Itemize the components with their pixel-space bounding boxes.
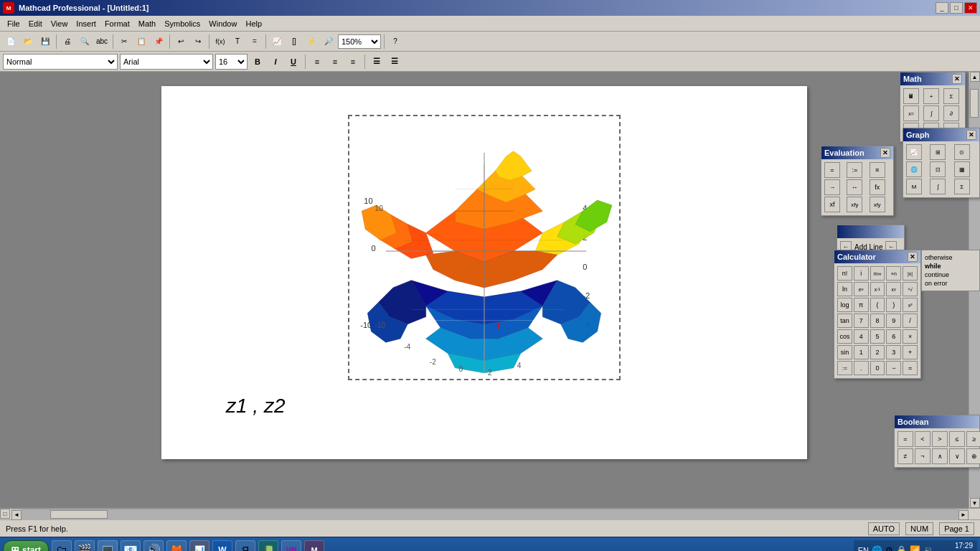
bool-neg-btn[interactable]: ¬ xyxy=(915,448,930,464)
calc-panel-close[interactable]: ✕ xyxy=(908,252,918,262)
graph-panel-close[interactable]: ✕ xyxy=(966,130,976,140)
cut-button[interactable]: ✂ xyxy=(116,34,132,50)
graph-int-btn[interactable]: ∫ xyxy=(930,179,946,194)
eval-panel-title[interactable]: Evaluation ✕ xyxy=(821,146,893,159)
calc-pi-btn[interactable]: π xyxy=(854,298,869,312)
calc-8-btn[interactable]: 8 xyxy=(870,314,885,328)
h-scroll-thumb[interactable] xyxy=(50,510,108,519)
calc-i-btn[interactable]: i xyxy=(854,266,869,281)
math-partial-btn[interactable]: ∂ xyxy=(943,105,959,121)
calc-2-btn[interactable]: 2 xyxy=(870,345,885,359)
size-select[interactable]: 16 xyxy=(215,54,248,70)
calc-cos-btn[interactable]: cos xyxy=(837,329,852,344)
calc-ex-btn[interactable]: ex xyxy=(854,282,869,296)
open-button[interactable]: 📂 xyxy=(20,34,36,50)
calc-div-btn[interactable]: / xyxy=(903,314,918,328)
help-button[interactable]: ? xyxy=(387,34,403,50)
minimize-button[interactable]: _ xyxy=(936,2,948,14)
scroll-left-button[interactable]: ◄ xyxy=(11,510,22,520)
scroll-thumb[interactable] xyxy=(970,89,979,118)
eval-arrow-btn[interactable]: → xyxy=(824,179,840,195)
graph-m-btn[interactable]: M xyxy=(906,179,922,194)
calc-absx-btn[interactable]: |x| xyxy=(903,266,918,281)
calc-1-btn[interactable]: 1 xyxy=(854,345,869,359)
paste-button[interactable]: 📌 xyxy=(151,34,166,50)
eval-define-btn[interactable]: := xyxy=(847,162,862,178)
style-select[interactable]: Normal xyxy=(3,54,118,70)
math-panel-title[interactable]: Math ✕ xyxy=(900,72,965,85)
equals-button[interactable]: = xyxy=(247,34,263,50)
calc-sq-btn[interactable]: x² xyxy=(903,298,918,312)
italic-button[interactable]: I xyxy=(268,54,283,70)
taskbar-computer[interactable]: 💻 xyxy=(98,540,118,552)
align-left-button[interactable]: ≡ xyxy=(309,54,325,70)
calc-xy-btn[interactable]: xy xyxy=(886,282,901,296)
insert-text-button[interactable]: T xyxy=(230,34,245,50)
bool-and-btn[interactable]: ∧ xyxy=(932,448,948,464)
menu-format[interactable]: Format xyxy=(100,18,134,29)
menu-symbolics[interactable]: Symbolics xyxy=(160,18,204,29)
graph-contour-btn[interactable]: ▦ xyxy=(954,161,970,177)
eval-xfy2-btn[interactable]: xfy xyxy=(870,197,885,212)
bullets-button[interactable]: ☰ xyxy=(369,54,385,70)
scroll-up-button[interactable]: ▲ xyxy=(970,72,980,82)
bool-or-btn[interactable]: ∨ xyxy=(949,448,965,464)
taskbar-browser[interactable]: 🦊 xyxy=(166,540,187,552)
maximize-button[interactable]: □ xyxy=(950,2,963,14)
bool-geq-btn[interactable]: ≥ xyxy=(966,431,980,447)
numbered-button[interactable]: ☰ xyxy=(387,54,402,70)
eval-bidir-btn[interactable]: ↔ xyxy=(847,179,862,195)
calc-tan-btn[interactable]: tan xyxy=(837,314,852,328)
eval-equiv-btn[interactable]: ≡ xyxy=(870,162,885,178)
taskbar-word[interactable]: W xyxy=(212,540,232,552)
taskbar-spreadsheet[interactable]: 📊 xyxy=(189,540,209,552)
save-button[interactable]: 💾 xyxy=(37,34,53,50)
spell-button[interactable]: abc xyxy=(94,34,110,50)
bool-eq-btn[interactable]: = xyxy=(897,431,913,447)
calc-nrt-btn[interactable]: ⁿ√ xyxy=(903,282,918,296)
calc-panel-title[interactable]: Calculator ✕ xyxy=(834,250,920,263)
taskbar-excel[interactable]: 📗 xyxy=(258,540,278,552)
eval-fx-btn[interactable]: fx xyxy=(870,179,885,195)
math-integral-btn[interactable]: ∫ xyxy=(923,105,939,121)
3d-plot[interactable]: 0 10 -10 -4 -2 0 2 4 xyxy=(348,115,621,380)
menu-view[interactable]: View xyxy=(47,18,72,29)
calc-xinv-btn[interactable]: x-1 xyxy=(870,282,885,296)
start-button[interactable]: ⊞ start xyxy=(3,540,49,552)
bool-gt-btn[interactable]: > xyxy=(932,431,948,447)
calc-rparen-btn[interactable]: ) xyxy=(886,298,901,312)
scroll-down-button[interactable]: ▼ xyxy=(970,498,980,508)
calc-lparen-btn[interactable]: ( xyxy=(870,298,885,312)
graph-polar-btn[interactable]: ⊙ xyxy=(954,144,970,160)
calc-6-btn[interactable]: 6 xyxy=(886,329,901,344)
taskbar-vb[interactable]: VB xyxy=(281,540,301,552)
matrix-button[interactable]: [] xyxy=(286,34,302,50)
calc-5-btn[interactable]: 5 xyxy=(870,329,885,344)
calc-plus-btn[interactable]: + xyxy=(903,345,918,359)
eval-xf-btn[interactable]: xf xyxy=(824,197,840,212)
taskbar-file-manager[interactable]: 🗂 xyxy=(52,540,72,552)
calc-9-btn[interactable]: 9 xyxy=(886,314,901,328)
align-right-button[interactable]: ≡ xyxy=(345,54,361,70)
calc-log-btn[interactable]: log xyxy=(837,298,852,312)
bool-panel-title[interactable]: Boolean xyxy=(895,415,979,428)
calc-assign-btn[interactable]: := xyxy=(837,361,852,375)
menu-edit[interactable]: Edit xyxy=(24,18,47,29)
close-button[interactable]: ✕ xyxy=(964,2,977,14)
calc-mul-btn[interactable]: × xyxy=(903,329,918,344)
graph-button[interactable]: 📈 xyxy=(269,34,285,50)
copy-button[interactable]: 📋 xyxy=(133,34,149,50)
eval-panel-close[interactable]: ✕ xyxy=(880,148,890,158)
math-matrix-btn[interactable]: Σ xyxy=(943,88,959,104)
menu-insert[interactable]: Insert xyxy=(72,18,100,29)
new-button[interactable]: 📄 xyxy=(3,34,19,50)
math-panel-close[interactable]: ✕ xyxy=(952,74,962,84)
zoom-select[interactable]: 150% 100% 200% xyxy=(338,34,381,49)
calc-ni-btn[interactable]: n! xyxy=(837,266,852,281)
math-calculator-btn[interactable]: 🖩 xyxy=(903,88,919,104)
taskbar-mail[interactable]: 📧 xyxy=(121,540,141,552)
eval-xfy-btn[interactable]: xfy xyxy=(847,197,862,212)
calc-xn-btn[interactable]: ×n xyxy=(886,266,901,281)
redo-button[interactable]: ↪ xyxy=(190,34,206,50)
eval-eq-btn[interactable]: = xyxy=(824,162,840,178)
